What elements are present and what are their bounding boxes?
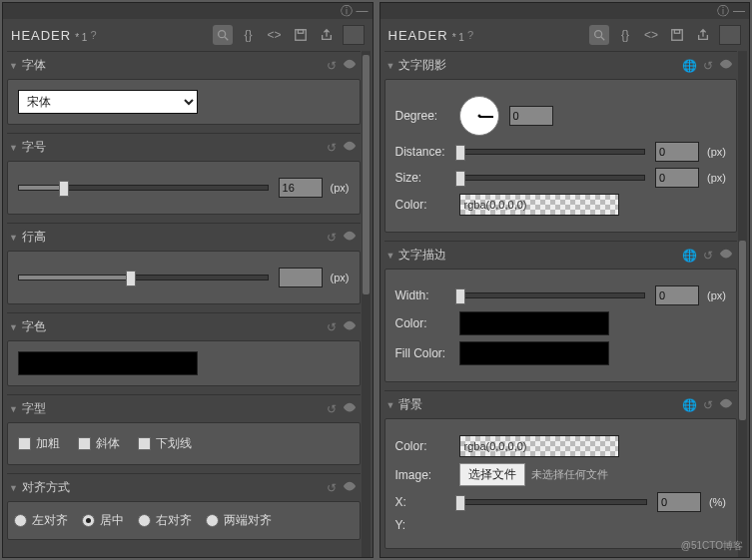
eye-icon[interactable] bbox=[719, 247, 733, 264]
svg-point-4 bbox=[348, 62, 352, 66]
section-head-color[interactable]: ▼ 字色 ↺ bbox=[7, 312, 361, 340]
bg-color-box[interactable]: rgba(0,0,0,0) bbox=[459, 435, 619, 457]
svg-point-7 bbox=[348, 323, 352, 327]
header-sub: * 1 bbox=[75, 32, 87, 43]
section-body-align: 左对齐 居中 右对齐 两端对齐 bbox=[7, 501, 361, 540]
section-head-lineheight[interactable]: ▼ 行高 ↺ bbox=[7, 223, 361, 251]
header-title: HEADER bbox=[11, 28, 71, 43]
stroke-width-slider[interactable] bbox=[459, 292, 646, 298]
header-tools: {} <> bbox=[589, 25, 741, 45]
radio-align-left[interactable]: 左对齐 bbox=[14, 512, 68, 529]
collapse-icon: ▼ bbox=[386, 61, 395, 71]
choose-file-button[interactable]: 选择文件 bbox=[459, 463, 525, 486]
bg-x-value[interactable]: 0 bbox=[657, 492, 701, 512]
radio-align-right[interactable]: 右对齐 bbox=[138, 512, 192, 529]
globe-icon[interactable]: 🌐 bbox=[682, 249, 697, 263]
shadow-size-slider[interactable] bbox=[459, 175, 646, 181]
save-icon[interactable] bbox=[667, 25, 687, 45]
font-select[interactable]: 宋体 bbox=[18, 90, 198, 114]
color-swatch[interactable] bbox=[719, 25, 741, 45]
globe-icon[interactable]: 🌐 bbox=[682, 59, 697, 73]
svg-point-15 bbox=[724, 252, 728, 256]
stroke-width-value[interactable]: 0 bbox=[655, 285, 699, 305]
font-size-slider[interactable] bbox=[18, 185, 269, 191]
radio-align-justify[interactable]: 两端对齐 bbox=[206, 512, 272, 529]
bg-x-slider[interactable] bbox=[459, 499, 647, 505]
distance-slider[interactable] bbox=[459, 149, 646, 155]
export-icon[interactable] bbox=[317, 25, 337, 45]
collapse-icon: ▼ bbox=[9, 233, 18, 243]
checkbox-italic[interactable]: 斜体 bbox=[78, 435, 120, 452]
reset-icon[interactable]: ↺ bbox=[327, 231, 337, 245]
search-icon[interactable] bbox=[213, 25, 233, 45]
section-head-font[interactable]: ▼ 字体 ↺ bbox=[7, 51, 361, 79]
eye-icon[interactable] bbox=[719, 57, 733, 74]
reset-icon[interactable]: ↺ bbox=[327, 481, 337, 495]
code-icon[interactable]: <> bbox=[265, 25, 285, 45]
svg-point-10 bbox=[595, 31, 602, 38]
export-icon[interactable] bbox=[693, 25, 713, 45]
section-head-size[interactable]: ▼ 字号 ↺ bbox=[7, 133, 361, 161]
svg-rect-13 bbox=[674, 30, 679, 34]
reset-icon[interactable]: ↺ bbox=[703, 59, 713, 73]
section-head-style[interactable]: ▼ 字型 ↺ bbox=[7, 394, 361, 422]
eye-icon[interactable] bbox=[343, 479, 357, 496]
collapse-icon: ▼ bbox=[9, 404, 18, 414]
reset-icon[interactable]: ↺ bbox=[327, 59, 337, 73]
lineheight-value[interactable] bbox=[279, 268, 323, 287]
scrollbar[interactable] bbox=[362, 51, 371, 557]
font-color-box[interactable] bbox=[18, 351, 198, 375]
eye-icon[interactable] bbox=[719, 396, 733, 413]
section-head-bg[interactable]: ▼ 背景 🌐 ↺ bbox=[384, 390, 738, 418]
checkbox-underline[interactable]: 下划线 bbox=[138, 435, 192, 452]
collapse-icon: ▼ bbox=[9, 143, 18, 153]
file-status: 未选择任何文件 bbox=[531, 467, 608, 482]
minimize-icon[interactable]: — bbox=[733, 4, 745, 18]
eye-icon[interactable] bbox=[343, 318, 357, 335]
info-icon[interactable]: ⓘ bbox=[341, 3, 353, 20]
shadow-color-box[interactable]: rgba(0,0,0,0) bbox=[459, 194, 619, 216]
braces-icon[interactable]: {} bbox=[615, 25, 635, 45]
reset-icon[interactable]: ↺ bbox=[327, 141, 337, 155]
collapse-icon: ▼ bbox=[386, 400, 395, 410]
svg-rect-2 bbox=[295, 30, 306, 41]
collapse-icon: ▼ bbox=[9, 322, 18, 332]
reset-icon[interactable]: ↺ bbox=[703, 398, 713, 412]
reset-icon[interactable]: ↺ bbox=[327, 402, 337, 416]
help-icon[interactable]: ? bbox=[467, 29, 473, 41]
degree-dial[interactable] bbox=[459, 96, 499, 136]
stroke-color-box[interactable] bbox=[459, 311, 609, 335]
code-icon[interactable]: <> bbox=[641, 25, 661, 45]
section-head-align[interactable]: ▼ 对齐方式 ↺ bbox=[7, 473, 361, 501]
save-icon[interactable] bbox=[291, 25, 311, 45]
reset-icon[interactable]: ↺ bbox=[703, 249, 713, 263]
help-icon[interactable]: ? bbox=[90, 29, 96, 41]
svg-point-0 bbox=[218, 31, 225, 38]
degree-value[interactable]: 0 bbox=[509, 106, 553, 126]
section-head-shadow[interactable]: ▼ 文字阴影 🌐 ↺ bbox=[384, 51, 738, 79]
eye-icon[interactable] bbox=[343, 229, 357, 246]
minimize-icon[interactable]: — bbox=[357, 4, 369, 18]
eye-icon[interactable] bbox=[343, 400, 357, 417]
scrollbar[interactable] bbox=[738, 51, 747, 557]
section-head-stroke[interactable]: ▼ 文字描边 🌐 ↺ bbox=[384, 241, 738, 269]
globe-icon[interactable]: 🌐 bbox=[682, 398, 697, 412]
distance-value[interactable]: 0 bbox=[655, 142, 699, 162]
svg-rect-12 bbox=[672, 30, 683, 41]
braces-icon[interactable]: {} bbox=[239, 25, 259, 45]
collapse-icon: ▼ bbox=[9, 483, 18, 493]
stroke-fill-box[interactable] bbox=[459, 341, 609, 365]
info-icon[interactable]: ⓘ bbox=[717, 3, 729, 20]
checkbox-bold[interactable]: 加粗 bbox=[18, 435, 60, 452]
radio-align-center[interactable]: 居中 bbox=[82, 512, 124, 529]
svg-line-1 bbox=[224, 37, 228, 41]
eye-icon[interactable] bbox=[343, 139, 357, 156]
reset-icon[interactable]: ↺ bbox=[327, 320, 337, 334]
color-swatch[interactable] bbox=[343, 25, 365, 45]
font-size-value[interactable]: 16 bbox=[279, 178, 323, 198]
eye-icon[interactable] bbox=[343, 57, 357, 74]
lineheight-slider[interactable] bbox=[18, 275, 269, 280]
shadow-size-value[interactable]: 0 bbox=[655, 168, 699, 188]
svg-point-16 bbox=[724, 401, 728, 405]
search-icon[interactable] bbox=[589, 25, 609, 45]
